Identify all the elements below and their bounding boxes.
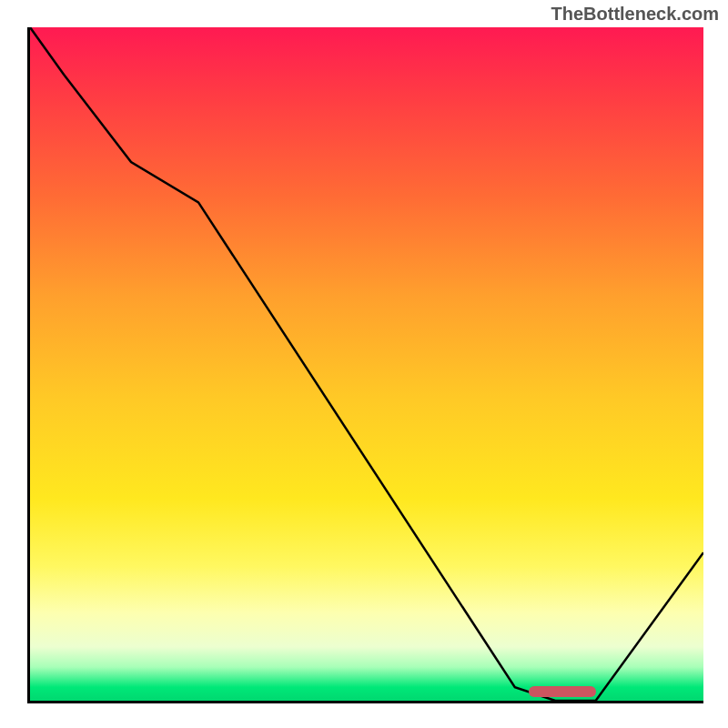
watermark-text: TheBottleneck.com <box>551 4 719 25</box>
chart-line-svg <box>30 27 703 701</box>
chart-curve <box>30 27 703 701</box>
optimal-range-marker <box>529 686 596 697</box>
chart-plot-area <box>27 27 703 703</box>
